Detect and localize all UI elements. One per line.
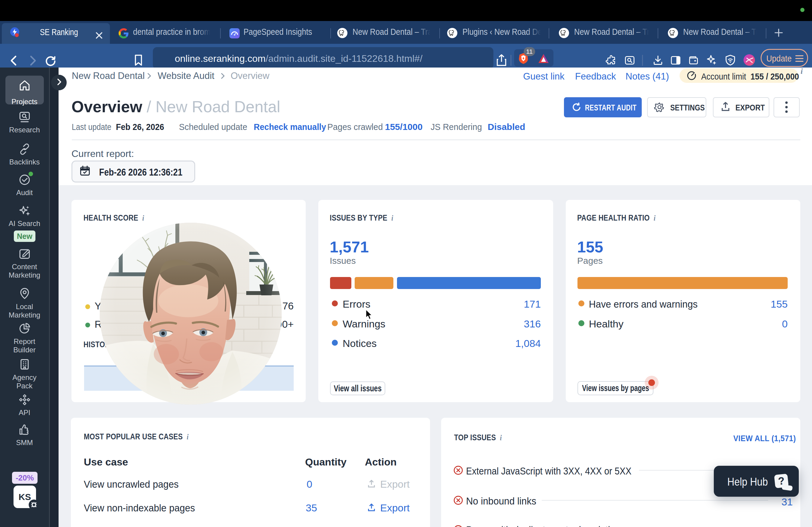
- svg-text:?: ?: [778, 475, 785, 487]
